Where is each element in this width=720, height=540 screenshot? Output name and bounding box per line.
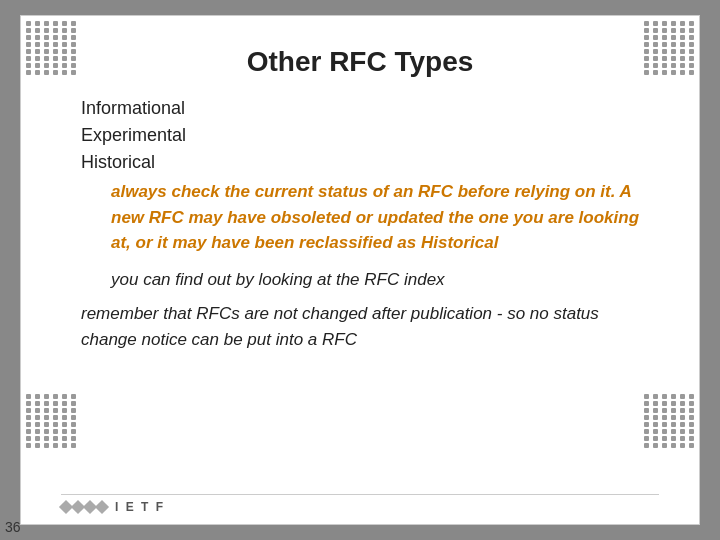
diamond-4: [95, 500, 109, 514]
remember-text: remember that RFCs are not changed after…: [81, 301, 659, 352]
decoration-dots-top-right: [644, 21, 694, 101]
slide: Other RFC Types Informational Experiment…: [20, 15, 700, 525]
slide-footer: I E T F: [61, 494, 659, 514]
decoration-dots-bottom-right: [644, 394, 694, 474]
list-item-informational: Informational: [81, 98, 659, 119]
decoration-dots-top-left: [26, 21, 76, 101]
slide-title: Other RFC Types: [61, 46, 659, 78]
ietf-text: I E T F: [115, 500, 165, 514]
highlight-text: always check the current status of an RF…: [111, 179, 659, 256]
decoration-dots-bottom-left: [26, 394, 76, 474]
slide-content: Informational Experimental Historical al…: [61, 98, 659, 464]
ietf-diamonds: [61, 502, 107, 512]
sub-text: you can find out by looking at the RFC i…: [111, 268, 659, 292]
ietf-logo: I E T F: [61, 500, 165, 514]
list-item-experimental: Experimental: [81, 125, 659, 146]
page-number: 36: [5, 519, 21, 535]
list-item-historical: Historical: [81, 152, 659, 173]
